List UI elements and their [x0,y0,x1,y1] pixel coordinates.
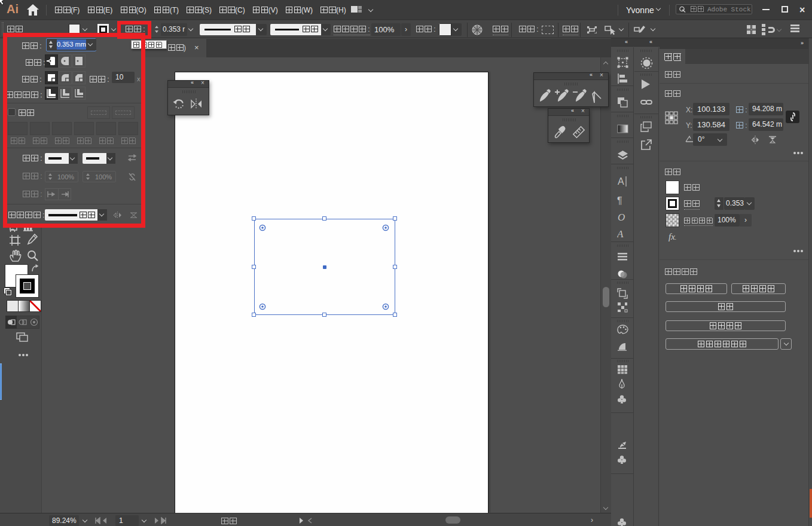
svg-text:O: O [618,212,625,222]
svg-text:A: A [618,176,624,186]
svg-text:¶: ¶ [617,195,622,206]
svg-text:A: A [617,228,624,239]
